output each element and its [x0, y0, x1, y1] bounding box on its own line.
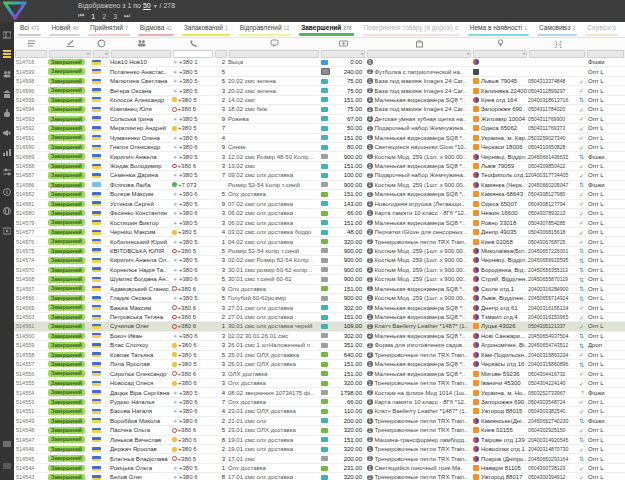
header-country-icon[interactable]: [92, 38, 110, 49]
tab-2[interactable]: Новий48: [45, 22, 84, 37]
messenger-liq-icon[interactable]: [172, 352, 177, 357]
messenger-liq-icon[interactable]: [172, 97, 177, 102]
messenger-ring-icon[interactable]: [172, 107, 177, 112]
messenger-liq-icon[interactable]: [172, 447, 177, 452]
messenger-ring-icon[interactable]: [172, 324, 177, 329]
filter-country-dropdown-icon[interactable]: ▾: [105, 51, 107, 56]
tab-9[interactable]: Нема в наявності1: [464, 22, 533, 37]
filter-comment-input[interactable]: [229, 50, 319, 58]
messenger-star-icon[interactable]: ✳: [172, 474, 178, 480]
filter-amount-input[interactable]: ▾: [321, 50, 365, 58]
order-row[interactable]: 514554ЗавершенийДацюк Віра Сергіївна✳+38…: [14, 388, 625, 397]
messenger-ring-icon[interactable]: [172, 428, 177, 433]
messenger-ring-icon[interactable]: [172, 315, 177, 320]
order-row[interactable]: 514561ЗавершенийСучилов Олег+380 6130.01…: [14, 322, 625, 331]
orders-list-icon[interactable]: [2, 49, 12, 59]
order-row[interactable]: 514580ЗавершенийФесенко Константин✳+380 …: [14, 209, 625, 218]
order-row[interactable]: 514543ЗавершенийБелов Олег✳+380 6817.01 …: [14, 473, 625, 480]
messenger-star-icon[interactable]: ✳: [172, 191, 178, 197]
order-row[interactable]: 514574ЗавершенийКирилич Анжела Ол..✳+380…: [14, 256, 625, 265]
order-row[interactable]: 514575ЗавершенийКВІТОВСЬКА ЮЛІЯ+380 55Ро…: [14, 247, 625, 256]
order-row[interactable]: 514549ЗавершенийВоробйов Микола✳+380 622…: [14, 417, 625, 426]
app-logo-icon[interactable]: [3, 1, 27, 20]
header-products-icon[interactable]: [366, 38, 472, 49]
messenger-ring-icon[interactable]: [172, 371, 177, 376]
order-row[interactable]: 514593ЗавершенийСольська Ірина✳+380 59Ро…: [14, 115, 625, 124]
globe-icon[interactable]: [2, 206, 12, 216]
tab-11[interactable]: Сервіси0: [581, 22, 621, 37]
filter-count-input[interactable]: [215, 50, 227, 58]
order-row[interactable]: 514551ЗавершенийБасова Наталя✳+380 6423.…: [14, 407, 625, 416]
header-order-id-icon[interactable]: [14, 38, 48, 49]
tab-6[interactable]: Відправлений12: [234, 22, 295, 37]
messenger-star-icon[interactable]: ✳: [172, 116, 178, 122]
order-row[interactable]: 514594ЗавершенийКомпанец Юля+380 5318.02…: [14, 105, 625, 114]
order-row[interactable]: 514560ЗавершенийБокоч Иван✳+380 6302.02 …: [14, 332, 625, 341]
stats-icon[interactable]: [2, 147, 12, 157]
order-row[interactable]: 514555ЗавершенийНовосад Олеся+380 63Олх …: [14, 379, 625, 388]
messenger-star-icon[interactable]: ✳: [172, 154, 178, 160]
messenger-star-icon[interactable]: ✳: [172, 69, 178, 75]
messenger-star-icon[interactable]: ✳: [172, 333, 178, 339]
order-row[interactable]: 514556ЗавершенийСиротюк Олександр+380 63…: [14, 369, 625, 378]
messenger-star-icon[interactable]: ✳: [172, 418, 178, 424]
order-row[interactable]: 514576ЗавершенийКобилинський Юрий✳+380 5…: [14, 237, 625, 246]
filter-status-dropdown-icon[interactable]: ▾: [87, 51, 89, 56]
order-row[interactable]: 514566ЗавершенийГладик Оксана✳+380 55Гол…: [14, 294, 625, 303]
order-row[interactable]: 514588ЗавершенийЖидак Володимир+380 6313…: [14, 162, 625, 171]
messenger-star-icon[interactable]: ✳: [172, 78, 178, 84]
filter-amount-dropdown-icon[interactable]: ▾: [361, 51, 363, 56]
order-row[interactable]: 514598ЗавершенийМалютина Светлана✳+380 5…: [14, 77, 625, 86]
filter-tag-input[interactable]: [587, 50, 624, 58]
messenger-star-icon[interactable]: ✳: [172, 59, 178, 65]
filter-country-input[interactable]: ▾: [93, 50, 109, 58]
clients-icon[interactable]: [2, 69, 12, 79]
order-row[interactable]: 514547ЗавершенийЛиньков Вячеслав+380 681…: [14, 436, 625, 445]
order-row[interactable]: 514577ЗавершенийЧерниш Максим+380 5403.0…: [14, 228, 625, 237]
header-phone-icon[interactable]: [172, 38, 214, 49]
panel-toggle-icon[interactable]: [2, 30, 12, 40]
messenger-star-icon[interactable]: ✳: [172, 399, 178, 405]
messenger-star-icon[interactable]: ✳: [172, 88, 178, 94]
messenger-liq-icon[interactable]: [172, 343, 177, 348]
messenger-star-icon[interactable]: ✳: [172, 144, 178, 150]
order-row[interactable]: 514579ЗавершенийКостишин Виктор✳+380 530…: [14, 218, 625, 227]
filter-status-input[interactable]: ▾: [49, 50, 91, 58]
tab-7[interactable]: Завершений278: [295, 22, 357, 37]
filter-name-input[interactable]: [111, 50, 171, 58]
filter-city-input[interactable]: ▾: [473, 50, 527, 58]
tab-3[interactable]: Прийнятий7: [84, 22, 134, 37]
order-row[interactable]: 514553ЗавершенийРудько Наталья✳+380 67Ол…: [14, 398, 625, 407]
messenger-star-icon[interactable]: ✳: [172, 201, 178, 207]
filter-tracking-input[interactable]: [529, 50, 585, 58]
order-row[interactable]: 514599ЗавершенийПотапенко Анастас..✳+380…: [14, 67, 625, 76]
order-row[interactable]: 514558ЗавершенийКовпак Татьяна+380 6525.…: [14, 351, 625, 360]
messenger-ring-icon[interactable]: [172, 286, 177, 291]
order-row[interactable]: 514716ЗавершенийНов10 Нов10✳+380 12Выца0…: [14, 58, 625, 67]
order-row[interactable]: 514589ЗавершенийКирилич Анжела✳+380 5312…: [14, 152, 625, 161]
order-row[interactable]: 514570ЗавершенийКорнелюк Надія Та..✳+380…: [14, 266, 625, 275]
order-row[interactable]: 514567ЗавершенийАдамовський Станис..+380…: [14, 285, 625, 294]
messenger-ring-icon[interactable]: [172, 164, 177, 169]
messenger-star-icon[interactable]: ✳: [172, 257, 178, 263]
hand-icon[interactable]: [2, 108, 12, 118]
messenger-star-icon[interactable]: ✳: [172, 210, 178, 216]
tab-8[interactable]: Повернення товару (в дорозі)0: [358, 22, 464, 37]
order-row[interactable]: 514545ЗавершенийБлагіньа Владіслава+380 …: [14, 454, 625, 463]
messenger-liq-icon[interactable]: [172, 381, 177, 386]
header-payment-icon[interactable]: [320, 38, 366, 49]
messenger-star-icon[interactable]: ✳: [172, 135, 178, 141]
bottom-block-2-icon[interactable]: [2, 462, 12, 472]
page-size-dropdown[interactable]: 50: [143, 2, 151, 9]
header-comment-icon[interactable]: [228, 38, 320, 49]
messenger-wa-icon[interactable]: [172, 182, 177, 187]
order-row[interactable]: 514595ЗавершенийКолосок Александр+380 52…: [14, 96, 625, 105]
header-status-edit-icon[interactable]: [48, 38, 92, 49]
tab-5[interactable]: Запакований1: [178, 22, 234, 37]
messenger-star-icon[interactable]: ✳: [172, 276, 178, 282]
messenger-star-icon[interactable]: ✳: [172, 220, 178, 226]
messenger-liq-icon[interactable]: [172, 437, 177, 442]
order-row[interactable]: 514559ЗавершенийВлас Слоткоу+380 6326.01…: [14, 341, 625, 350]
filter-city-dropdown-icon[interactable]: ▾: [523, 51, 525, 56]
page-button-2[interactable]: 2: [102, 13, 106, 20]
